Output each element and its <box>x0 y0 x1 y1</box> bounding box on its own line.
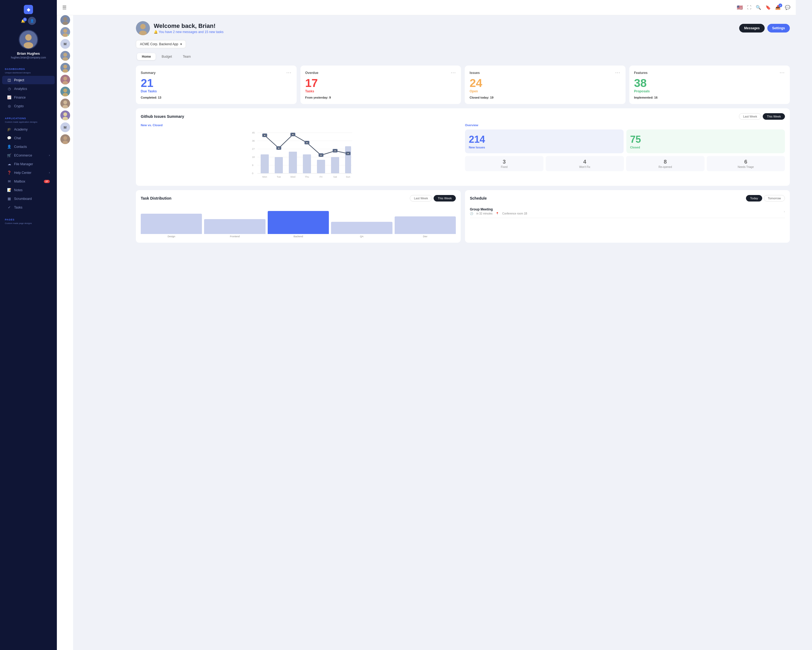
flag-icon[interactable]: 🇺🇸 <box>737 5 743 11</box>
stat-number-features: 38 <box>634 78 785 89</box>
sidebar-item-scrumboard[interactable]: ▦ Scrumboard <box>2 194 55 203</box>
stat-footer-features: Implemented: 16 <box>634 96 785 99</box>
finance-icon: 📈 <box>7 95 11 99</box>
right-avatar-M2[interactable]: M <box>60 122 70 132</box>
search-icon[interactable]: 🔍 <box>756 5 761 10</box>
svg-rect-49 <box>275 157 283 173</box>
sidebar-item-crypto[interactable]: ◎ Crypto <box>2 102 55 110</box>
right-avatar-2[interactable] <box>60 15 70 25</box>
github-this-week-btn[interactable]: This Week <box>763 113 785 120</box>
stat-card-summary: Summary ··· 21 Due Tasks Completed: 13 <box>136 66 297 104</box>
nav-pages: PAGES Custom made page designs <box>0 214 57 228</box>
svg-point-31 <box>63 136 67 140</box>
sidebar-item-file-manager[interactable]: ☁ File Manager <box>2 160 55 168</box>
right-avatar-5[interactable] <box>60 63 70 73</box>
right-avatar-6[interactable] <box>60 75 70 84</box>
svg-rect-52 <box>317 160 325 173</box>
meeting-time-icon: 🕐 <box>470 212 473 215</box>
svg-text:Sun: Sun <box>346 176 350 178</box>
stat-menu-issues[interactable]: ··· <box>615 70 620 75</box>
chevron-down-icon: ▾ <box>180 42 182 46</box>
bar-frontend <box>204 219 265 234</box>
sidebar-item-chat[interactable]: 💬 Chat <box>2 134 55 142</box>
github-last-week-btn[interactable]: Last Week <box>739 113 761 120</box>
tab-home[interactable]: Home <box>137 53 156 60</box>
messages-button[interactable]: Messages <box>739 24 765 32</box>
bar-label-dev: Dev <box>423 235 427 238</box>
nav-applications: APPLICATIONS Custom made application des… <box>0 113 57 214</box>
right-avatar-7[interactable] <box>60 87 70 96</box>
settings-button[interactable]: Settings <box>767 24 790 32</box>
stat-menu-overdue[interactable]: ··· <box>451 70 456 75</box>
sidebar-user-avatar[interactable]: 👤 <box>28 17 36 25</box>
stat-label-summary: Due Tasks <box>141 89 292 93</box>
right-avatar-8[interactable] <box>60 99 70 109</box>
chat-topbar-icon[interactable]: 💬 <box>785 5 791 10</box>
task-dist-toggle: Last Week This Week <box>410 195 456 202</box>
closed-card: 75 Closed <box>626 130 785 153</box>
sidebar-item-label: File Manager <box>14 162 33 166</box>
sidebar-item-tasks[interactable]: ✓ Tasks <box>2 203 55 211</box>
task-this-week-btn[interactable]: This Week <box>433 195 456 202</box>
app-select-button[interactable]: ACME Corp. Backend App ▾ <box>136 40 186 48</box>
sidebar-item-ecommerce[interactable]: 🛒 ECommerce › <box>2 151 55 159</box>
sched-tomorrow-btn[interactable]: Tomorrow <box>764 195 785 202</box>
right-avatar-9[interactable] <box>60 110 70 120</box>
sidebar: ◆ 🔔 3 👤 Brian Hughes hughes.brian@compan… <box>0 0 57 650</box>
stat-label-overdue: Tasks <box>305 89 456 93</box>
sidebar-item-notes[interactable]: 📝 Notes <box>2 186 55 194</box>
logo-icon[interactable]: ◆ <box>24 5 33 14</box>
chart-sub-label: New vs. Closed <box>141 124 461 127</box>
sidebar-item-contacts[interactable]: 👤 Contacts <box>2 142 55 151</box>
sidebar-item-label: Academy <box>14 128 27 132</box>
header-avatar <box>136 21 150 35</box>
stat-needs-triage: 6 Needs Triage <box>707 156 785 171</box>
right-avatar-3[interactable] <box>60 27 70 37</box>
fixed-label: Fixed <box>467 165 541 168</box>
header-left: Welcome back, Brian! 🔔 You have 2 new me… <box>136 21 224 35</box>
schedule-section: Schedule Today Tomorrow Group Meeting 🕐 … <box>465 190 790 243</box>
task-last-week-btn[interactable]: Last Week <box>410 195 432 202</box>
stat-menu-features[interactable]: ··· <box>780 70 785 75</box>
contacts-icon: 👤 <box>7 145 11 149</box>
sidebar-item-project[interactable]: ◫ Project <box>2 76 55 84</box>
right-avatar-M1[interactable]: M <box>60 39 70 49</box>
tab-budget[interactable]: Budget <box>157 53 177 60</box>
applications-label: APPLICATIONS <box>0 115 57 121</box>
right-avatar-10[interactable] <box>60 134 70 144</box>
overview-small-grid: 3 Fixed 4 Won't Fix 8 Re-opened 6 Needs … <box>465 156 785 171</box>
profile-avatar[interactable] <box>19 30 38 49</box>
github-toggle-group: Last Week This Week <box>739 113 785 120</box>
stat-menu-summary[interactable]: ··· <box>286 70 292 75</box>
task-chart-area: Design Frontend Backend QA Dev <box>141 205 456 238</box>
sidebar-item-mailbox[interactable]: ✉ Mailbox 27 <box>2 177 55 185</box>
inbox-icon[interactable]: 📥 5 <box>775 5 781 10</box>
sidebar-item-help-center[interactable]: ❓ Help Center › <box>2 168 55 177</box>
sidebar-item-label: Finance <box>14 96 26 99</box>
bar-label-design: Design <box>168 235 175 238</box>
meeting-arrow[interactable]: › <box>784 210 785 213</box>
stat-reopened: 8 Re-opened <box>626 156 705 171</box>
stat-label-features: Proposals <box>634 89 785 93</box>
stat-number-issues: 24 <box>470 78 621 89</box>
meeting-location-icon: 📍 <box>496 212 499 215</box>
tab-team[interactable]: Team <box>178 53 195 60</box>
stat-label-issues: Open <box>470 89 621 93</box>
sched-today-btn[interactable]: Today <box>746 195 762 202</box>
fullscreen-icon[interactable]: ⛶ <box>747 5 751 10</box>
svg-text:Sat: Sat <box>333 176 337 178</box>
stat-title-features: Features <box>634 71 648 75</box>
notification-bell[interactable]: 🔔 3 <box>21 19 25 23</box>
sidebar-item-analytics[interactable]: ◷ Analytics <box>2 84 55 93</box>
bookmark-icon[interactable]: 🔖 <box>765 5 771 10</box>
sidebar-item-finance[interactable]: 📈 Finance <box>2 93 55 102</box>
project-icon: ◫ <box>7 78 11 82</box>
nav-dashboards: DASHBOARDS Unique dashboard designs ◫ Pr… <box>0 63 57 113</box>
sidebar-item-academy[interactable]: 🎓 Academy <box>2 125 55 133</box>
task-dist-section: Task Distribution Last Week This Week De… <box>136 190 461 243</box>
header-subtitle: 🔔 You have 2 new messages and 15 new tas… <box>154 30 224 34</box>
hamburger-icon[interactable]: ☰ <box>62 5 67 11</box>
schedule-header: Schedule Today Tomorrow <box>470 195 785 202</box>
right-avatar-4[interactable] <box>60 51 70 61</box>
dashboards-label: DASHBOARDS <box>0 66 57 72</box>
